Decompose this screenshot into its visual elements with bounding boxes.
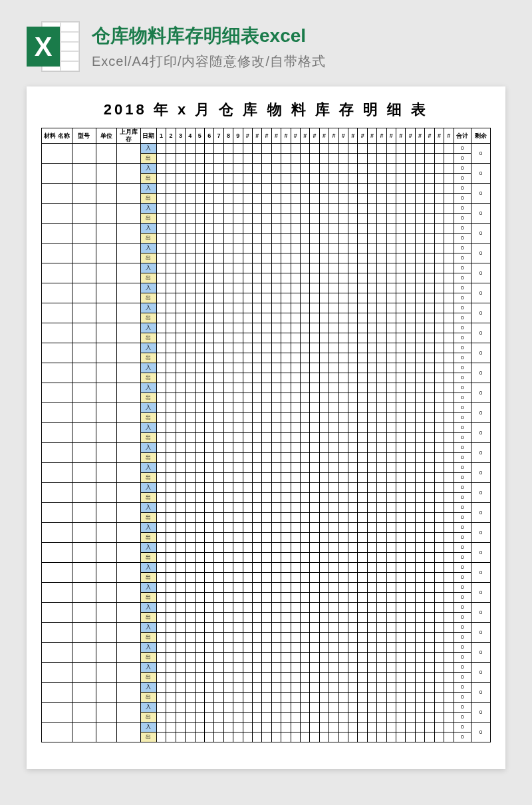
day-cell <box>377 343 386 353</box>
cell-unit <box>96 643 116 663</box>
cell-model <box>72 583 96 603</box>
day-cell <box>291 253 300 263</box>
day-cell <box>204 613 213 623</box>
day-cell <box>415 373 424 383</box>
day-cell <box>348 263 358 273</box>
day-cell <box>252 473 261 483</box>
cell-prev <box>116 483 140 503</box>
day-cell <box>301 603 310 613</box>
cell-prev <box>116 443 140 463</box>
day-cell <box>186 224 195 234</box>
day-cell <box>329 663 338 673</box>
day-cell <box>406 423 415 433</box>
day-cell <box>415 463 424 473</box>
day-cell <box>319 164 329 174</box>
day-cell <box>233 224 243 234</box>
day-cell <box>434 483 444 493</box>
day-cell <box>214 623 223 633</box>
day-cell <box>262 144 271 154</box>
day-cell <box>396 533 406 543</box>
day-cell <box>358 443 367 453</box>
day-cell <box>310 214 319 224</box>
cell-material <box>42 483 72 503</box>
day-cell <box>406 403 415 413</box>
day-cell <box>176 643 185 653</box>
day-cell <box>291 293 300 303</box>
day-cell <box>338 693 348 703</box>
day-cell <box>377 363 386 373</box>
day-cell <box>243 273 252 283</box>
day-cell <box>377 433 386 443</box>
day-cell <box>176 303 185 313</box>
day-cell <box>195 553 204 563</box>
day-cell <box>291 693 300 703</box>
day-cell <box>204 423 213 433</box>
day-cell <box>348 593 358 603</box>
day-cell <box>176 343 185 353</box>
day-cell <box>291 263 300 273</box>
cell-prev <box>116 463 140 483</box>
day-cell <box>329 693 338 703</box>
out-label-cell: 出 <box>140 713 156 723</box>
day-cell <box>301 533 310 543</box>
day-cell <box>319 473 329 483</box>
remain-cell: 0 <box>471 563 490 583</box>
day-cell <box>281 503 291 513</box>
day-cell <box>310 313 319 323</box>
day-cell <box>358 503 367 513</box>
day-cell <box>204 253 213 263</box>
day-cell <box>214 234 223 243</box>
day-cell <box>262 653 271 663</box>
day-cell <box>166 473 176 483</box>
day-cell <box>176 204 185 214</box>
cell-material <box>42 703 72 723</box>
day-cell <box>271 673 281 683</box>
day-cell <box>386 553 396 563</box>
day-cell <box>329 453 338 463</box>
day-cell <box>348 533 358 543</box>
day-cell <box>281 343 291 353</box>
day-cell <box>444 283 454 293</box>
day-cell <box>252 603 261 613</box>
cell-prev <box>116 423 140 443</box>
day-cell <box>386 732 396 742</box>
day-cell <box>367 563 376 573</box>
day-cell <box>434 443 444 453</box>
day-cell <box>186 323 195 333</box>
day-cell <box>396 343 406 353</box>
day-cell <box>195 633 204 643</box>
day-cell <box>281 174 291 184</box>
day-cell <box>186 313 195 323</box>
day-cell <box>434 683 444 693</box>
day-cell <box>166 503 176 513</box>
day-cell <box>444 224 454 234</box>
day-cell <box>176 194 185 204</box>
day-cell <box>329 343 338 353</box>
day-cell <box>204 433 213 443</box>
day-cell <box>204 184 213 194</box>
day-cell <box>233 154 243 164</box>
day-cell <box>425 253 434 263</box>
day-cell <box>367 423 376 433</box>
day-cell <box>204 503 213 513</box>
day-cell <box>310 253 319 263</box>
total-cell: 0 <box>454 683 471 693</box>
day-cell <box>425 553 434 563</box>
day-cell <box>319 283 329 293</box>
day-cell <box>243 663 252 673</box>
day-cell <box>281 164 291 174</box>
day-cell <box>214 673 223 683</box>
out-label-cell: 出 <box>140 633 156 643</box>
day-cell <box>319 523 329 533</box>
day-cell <box>367 453 376 463</box>
day-cell <box>252 593 261 603</box>
cell-material <box>42 423 72 443</box>
day-cell <box>271 553 281 563</box>
day-cell <box>223 313 233 323</box>
day-cell <box>243 723 252 732</box>
day-cell <box>233 593 243 603</box>
day-cell <box>204 713 213 723</box>
day-cell <box>444 413 454 423</box>
col-day: 8 <box>223 128 233 144</box>
day-cell <box>367 623 376 633</box>
